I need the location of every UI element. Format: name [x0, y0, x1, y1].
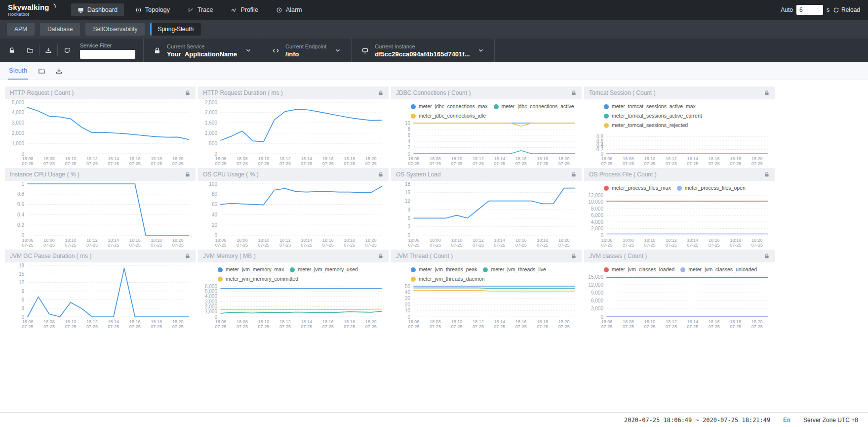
legend-item-meter-jdbc-connections-active[interactable]: meter_jdbc_connections_active: [494, 102, 574, 111]
legend-dot: [411, 104, 416, 109]
logo-swoosh-icon: [50, 3, 56, 9]
svg-text:0: 0: [407, 233, 410, 238]
code-icon: [272, 47, 279, 54]
dashboard-icon: [78, 7, 84, 13]
dashboard-tab-apm[interactable]: APM: [7, 23, 35, 36]
lock-icon[interactable]: [185, 171, 191, 177]
svg-text:18:1407-25: 18:1407-25: [494, 156, 505, 166]
chart-plot-area: 0.80.60.40.2018:0607-2518:0807-2518:1007…: [584, 129, 775, 167]
lock-icon[interactable]: [571, 253, 577, 259]
lock-icon[interactable]: [571, 171, 577, 177]
chart-canvas: 0.80.60.40.2018:0607-2518:0807-2518:1007…: [584, 129, 775, 167]
svg-text:18:1807-25: 18:1807-25: [537, 238, 548, 248]
language-toggle[interactable]: En: [783, 417, 790, 424]
chart-panel-header: HTTP Request Duration ( ms ): [198, 86, 389, 99]
nav-item-topology[interactable]: Topology: [129, 3, 176, 16]
legend-item-meter-tomcat-sessions-rejected[interactable]: meter_tomcat_sessions_rejected: [604, 121, 688, 129]
service-filter-input[interactable]: [80, 50, 135, 59]
nav-item-profile[interactable]: Profile: [224, 3, 264, 16]
lock-icon[interactable]: [185, 90, 191, 96]
lock-icon[interactable]: [378, 171, 384, 177]
chart-legend: meter_jvm_memory_maxmeter_jvm_memory_use…: [198, 262, 389, 283]
legend-item-meter-jvm-threads-live[interactable]: meter_jvm_threads_live: [483, 265, 546, 274]
legend-item-meter-jvm-threads-peak[interactable]: meter_jvm_threads_peak: [411, 265, 477, 274]
svg-text:30: 30: [405, 296, 411, 301]
legend-item-meter-process-files-max[interactable]: meter_process_files_max: [604, 184, 671, 192]
legend-item-meter-jvm-memory-used[interactable]: meter_jvm_memory_used: [290, 265, 357, 274]
legend-item-meter-tomcat-sessions-active-current[interactable]: meter_tomcat_sessions_active_current: [604, 112, 702, 120]
svg-text:18:1007-25: 18:1007-25: [644, 319, 655, 329]
nav-item-trace[interactable]: Trace: [181, 3, 220, 16]
svg-text:8: 8: [407, 127, 410, 132]
svg-text:20: 20: [212, 222, 218, 228]
legend-item-meter-jvm-memory-max[interactable]: meter_jvm_memory_max: [218, 265, 284, 274]
export-tab-button[interactable]: [55, 67, 63, 75]
lock-button[interactable]: [3, 44, 21, 56]
dashboard-tab-spring-sleuth[interactable]: Spring-Sleuth: [150, 23, 201, 36]
nav-item-label: Profile: [240, 6, 258, 13]
svg-text:4,000: 4,000: [12, 110, 24, 115]
nav-item-label: Trace: [197, 6, 213, 13]
chart-title: JVM Memory ( MB ): [203, 253, 256, 259]
chart-panel: OS Process File ( Count ) meter_process_…: [584, 168, 775, 248]
tab-sleuth[interactable]: Sleuth: [8, 62, 28, 80]
chevron-down-icon: [477, 47, 484, 54]
nav-item-label: Dashboard: [87, 6, 118, 13]
chart-panel-body: 10.80.60.40.2018:0607-2518:0807-2518:100…: [5, 181, 196, 248]
legend-item-meter-jvm-threads-daemon[interactable]: meter_jvm_threads_daemon: [411, 275, 485, 283]
legend-item-meter-jvm-classes-unloaded[interactable]: meter_jvm_classes_unloaded: [680, 265, 757, 274]
lock-icon[interactable]: [378, 90, 384, 96]
legend-item-meter-tomcat-sessions-active-max[interactable]: meter_tomcat_sessions_active_max: [604, 102, 696, 111]
svg-text:18:0807-25: 18:0807-25: [430, 319, 441, 329]
dashboard-tab-selfobservability[interactable]: SelfObservability: [85, 23, 145, 36]
time-range[interactable]: 2020-07-25 18:06:49 ~ 2020-07-25 18:21:4…: [624, 417, 770, 424]
legend-item-meter-jvm-memory-committed[interactable]: meter_jvm_memory_committed: [218, 275, 298, 283]
svg-text:0.2: 0.2: [17, 222, 24, 228]
svg-text:4,000: 4,000: [591, 219, 603, 225]
lock-icon[interactable]: [764, 253, 770, 259]
logo-subtitle: Rocketbot: [8, 12, 56, 17]
svg-text:18:1007-25: 18:1007-25: [644, 156, 655, 166]
legend-label: meter_jvm_classes_loaded: [612, 265, 674, 274]
add-panel-button[interactable]: [38, 67, 45, 75]
lock-icon[interactable]: [764, 171, 770, 177]
legend-item-meter-jvm-classes-loaded[interactable]: meter_jvm_classes_loaded: [604, 265, 674, 274]
server-zone[interactable]: Server Zone UTC +8: [803, 417, 858, 424]
auto-interval-input[interactable]: [796, 5, 823, 15]
dashboard-tab-database[interactable]: Database: [40, 23, 80, 36]
legend-item-meter-process-files-open[interactable]: meter_process_files_open: [677, 184, 746, 192]
chart-title: OS Process File ( Count ): [589, 171, 657, 178]
import-button[interactable]: [21, 44, 39, 56]
legend-item-meter-jdbc-connections-max[interactable]: meter_jdbc_connections_max: [411, 102, 488, 111]
lock-icon[interactable]: [571, 90, 577, 96]
selector-value: Your_ApplicationName: [167, 50, 237, 58]
app-logo[interactable]: Skywalking Rocketbot: [8, 3, 56, 17]
svg-text:18:0807-25: 18:0807-25: [430, 156, 441, 166]
chart-panel-header: HTTP Request ( Count ): [5, 86, 196, 99]
svg-text:18:0607-25: 18:0607-25: [22, 319, 33, 329]
legend-item-meter-jdbc-connections-idle[interactable]: meter_jdbc_connections_idle: [411, 112, 486, 120]
reload-icon: [833, 7, 839, 13]
selector-current-endpoint[interactable]: Current Endpoint/info: [262, 39, 351, 62]
selector-current-instance[interactable]: Current Instancedf5cc29cca094af4b165d740…: [351, 39, 495, 62]
nav-item-dashboard[interactable]: Dashboard: [71, 3, 124, 16]
svg-text:18:1407-25: 18:1407-25: [108, 238, 119, 248]
svg-text:18:2007-25: 18:2007-25: [365, 238, 377, 248]
svg-text:2,500: 2,500: [205, 100, 217, 105]
auto-label: Auto: [781, 6, 793, 13]
export-button[interactable]: [39, 44, 58, 56]
legend-dot: [677, 186, 682, 191]
lock-icon[interactable]: [764, 90, 770, 96]
chart-title: JVM classes ( Count ): [589, 253, 647, 259]
chart-canvas: 5,0004,0003,0002,0001,000018:0607-2518:0…: [5, 99, 196, 167]
reload-button[interactable]: Reload: [833, 6, 860, 13]
refresh-button[interactable]: [58, 44, 76, 56]
svg-text:0: 0: [21, 233, 24, 238]
nav-item-alarm[interactable]: Alarm: [270, 3, 309, 16]
chart-canvas: 10.80.60.40.2018:0607-2518:0807-2518:100…: [5, 181, 196, 248]
selector-current-service[interactable]: Current ServiceYour_ApplicationName: [143, 39, 262, 62]
svg-text:18:1007-25: 18:1007-25: [65, 319, 76, 329]
lock-icon[interactable]: [378, 253, 384, 259]
chart-canvas: 15,00012,0009,0006,0003,000018:0607-2518…: [584, 274, 775, 330]
lock-icon[interactable]: [185, 253, 191, 259]
